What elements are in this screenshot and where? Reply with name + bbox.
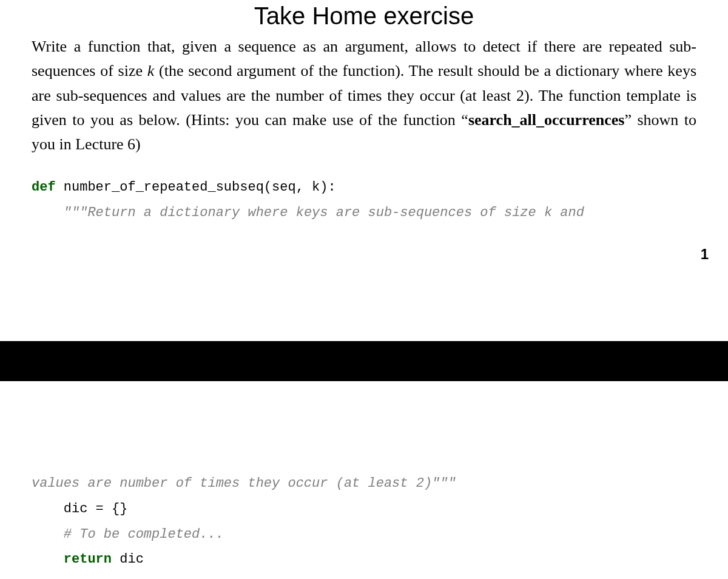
docstring-line-1: """Return a dictionary where keys are su… <box>64 205 584 220</box>
code-indent <box>32 552 64 567</box>
page-title: Take Home exercise <box>0 0 728 35</box>
prose-fn-ref: search_all_occurrences <box>468 111 625 129</box>
code-indent <box>32 527 64 542</box>
code-block-bottom: values are number of times they occur (a… <box>32 471 696 572</box>
keyword-return: return <box>64 552 112 567</box>
keyword-def: def <box>32 180 56 195</box>
return-tail: dic <box>112 552 144 567</box>
todo-comment: # To be completed... <box>64 527 224 542</box>
code-block-top: def number_of_repeated_subseq(seq, k): "… <box>0 157 728 226</box>
docstring-line-2: values are number of times they occur (a… <box>32 476 456 491</box>
dic-init-line: dic = {} <box>64 501 128 516</box>
prose-k: k <box>147 62 155 80</box>
function-signature: number_of_repeated_subseq(seq, k): <box>56 180 336 195</box>
black-band <box>0 341 728 381</box>
code-indent <box>32 205 64 220</box>
exercise-prompt: Write a function that, given a sequence … <box>0 35 728 157</box>
code-indent <box>32 501 64 516</box>
page-number: 1 <box>701 246 709 263</box>
